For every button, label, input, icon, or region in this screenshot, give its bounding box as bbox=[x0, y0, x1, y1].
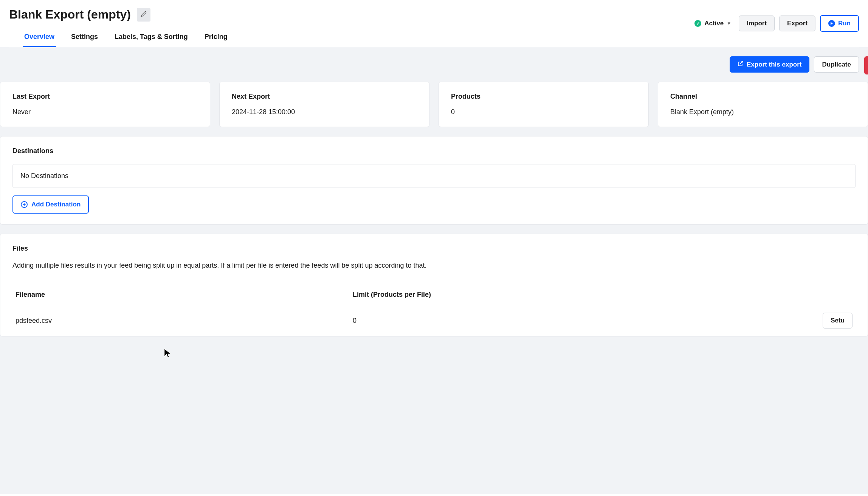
tab-labels-tags-sorting[interactable]: Labels, Tags & Sorting bbox=[113, 28, 189, 47]
pencil-icon bbox=[141, 11, 147, 18]
svg-line-0 bbox=[740, 61, 743, 64]
stat-value: 2024-11-28 15:00:00 bbox=[232, 108, 417, 116]
status-dropdown[interactable]: ✓ Active ▼ bbox=[691, 20, 734, 27]
stat-card-next-export: Next Export 2024-11-28 15:00:00 bbox=[219, 82, 429, 127]
tab-pricing[interactable]: Pricing bbox=[203, 28, 229, 47]
stat-card-last-export: Last Export Never bbox=[0, 82, 210, 127]
stat-value: Never bbox=[12, 108, 198, 116]
import-button[interactable]: Import bbox=[739, 16, 775, 31]
destinations-title: Destinations bbox=[12, 147, 856, 155]
files-description: Adding multiple files results in your fe… bbox=[12, 262, 856, 270]
export-button[interactable]: Export bbox=[779, 16, 815, 31]
page-title: Blank Export (empty) bbox=[9, 8, 131, 22]
duplicate-button[interactable]: Duplicate bbox=[814, 56, 859, 73]
stat-value: 0 bbox=[451, 108, 636, 116]
export-this-export-button[interactable]: Export this export bbox=[730, 56, 809, 73]
files-title: Files bbox=[12, 245, 856, 253]
file-name-cell: pdsfeed.csv bbox=[12, 305, 350, 336]
export-this-label: Export this export bbox=[747, 61, 801, 68]
run-button-label: Run bbox=[838, 20, 851, 27]
add-destination-label: Add Destination bbox=[31, 201, 81, 208]
danger-button-edge[interactable] bbox=[864, 56, 868, 74]
stat-label: Next Export bbox=[232, 93, 417, 101]
stat-card-channel: Channel Blank Export (empty) bbox=[658, 82, 868, 127]
destinations-empty: No Destinations bbox=[12, 164, 856, 188]
tab-settings[interactable]: Settings bbox=[70, 28, 99, 47]
chevron-down-icon: ▼ bbox=[727, 21, 731, 26]
tab-overview[interactable]: Overview bbox=[23, 28, 56, 47]
stat-label: Last Export bbox=[12, 93, 198, 101]
play-icon bbox=[828, 20, 835, 27]
stat-value: Blank Export (empty) bbox=[670, 108, 856, 116]
status-text: Active bbox=[704, 20, 724, 27]
edit-title-button[interactable] bbox=[137, 8, 150, 22]
external-link-icon bbox=[738, 60, 744, 68]
table-row: pdsfeed.csv 0 Setu bbox=[12, 305, 856, 336]
stat-card-products: Products 0 bbox=[439, 82, 649, 127]
plus-circle-icon: + bbox=[21, 201, 28, 208]
add-destination-button[interactable]: + Add Destination bbox=[12, 195, 89, 214]
column-filename: Filename bbox=[12, 285, 350, 305]
stat-label: Products bbox=[451, 93, 636, 101]
files-section: Files Adding multiple files results in y… bbox=[0, 234, 868, 336]
file-setup-button[interactable]: Setu bbox=[823, 313, 852, 329]
column-limit: Limit (Products per File) bbox=[350, 285, 705, 305]
files-table: Filename Limit (Products per File) pdsfe… bbox=[12, 285, 856, 336]
check-circle-icon: ✓ bbox=[694, 20, 701, 27]
destinations-section: Destinations No Destinations + Add Desti… bbox=[0, 136, 868, 225]
stat-label: Channel bbox=[670, 93, 856, 101]
file-limit-cell: 0 bbox=[350, 305, 705, 336]
run-button[interactable]: Run bbox=[820, 15, 859, 32]
